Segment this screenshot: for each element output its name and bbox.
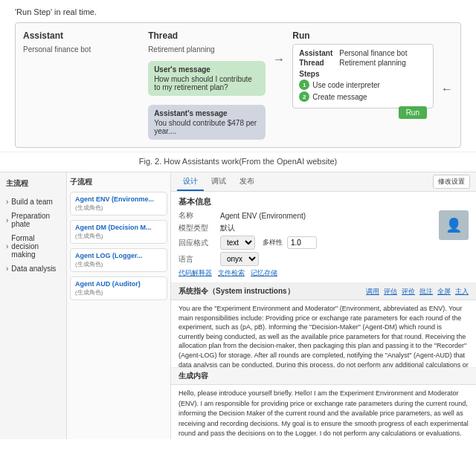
response-row: 回应格式 text 多样性	[178, 236, 434, 250]
instr-link-annotate[interactable]: 批注	[419, 287, 433, 297]
agent-aud-title: Agent AUD (Auditor)	[75, 280, 162, 288]
output-body[interactable]: Hello, please introduce yourself briefly…	[171, 385, 476, 439]
model-row: 模型类型 默认	[178, 223, 434, 233]
output-title: 生成内容	[178, 371, 208, 381]
agent-aud-card[interactable]: Agent AUD (Auditor) (生成角色)	[70, 276, 167, 300]
model-label: 模型类型	[178, 223, 216, 233]
tab-design[interactable]: 设计	[177, 173, 204, 191]
instr-link-rate[interactable]: 评价	[402, 287, 415, 297]
run-box: Assistant Personal finance bot Thread Re…	[292, 44, 434, 109]
diagram-box: Assistant Personal finance bot Thread Re…	[15, 22, 461, 148]
sidebar-item-data-label: Data analysis	[11, 265, 56, 273]
fig-caption: Fig. 2. How Assistants work(From the Ope…	[0, 157, 476, 166]
agent-aud-sub: (生成角色)	[75, 288, 162, 297]
sidebar-item-formal[interactable]: › Formal decision making	[3, 231, 63, 262]
sidebar-item-formal-label: Formal decision making	[11, 234, 60, 259]
sidebar-item-build[interactable]: › Build a team	[3, 195, 63, 209]
instr-link-main[interactable]: 主入	[455, 287, 469, 297]
file-link-2[interactable]: 文件检索	[218, 268, 245, 278]
output-section: 生成内容 Hello, please introduce yourself br…	[171, 368, 476, 439]
run-assistant-label: Assistant	[299, 49, 336, 57]
instr-link-call[interactable]: 调用	[366, 287, 379, 297]
multiplicity-input[interactable]	[287, 236, 317, 249]
arrow-right: →	[273, 30, 285, 66]
output-header: 生成内容	[171, 368, 476, 385]
instr-link-fullscreen[interactable]: 全屏	[437, 287, 451, 297]
assistant-bubble-title: Assistant's message	[154, 109, 260, 117]
agent-dm-card[interactable]: Agent DM (Decision M... (生成角色)	[70, 220, 167, 244]
agent-dm-sub: (生成角色)	[75, 232, 162, 240]
instructions-header: 系统指令（System instructions） 调用 评估 评价 批注 全屏…	[171, 283, 476, 300]
sub-panel-title: 子流程	[70, 177, 167, 187]
left-sidebar: 主流程 › Build a team › Preparation phate ›…	[0, 172, 67, 439]
user-bubble-title: User's message	[154, 65, 260, 74]
name-label: 名称	[178, 210, 216, 221]
arrow-left: ←	[441, 30, 453, 96]
arrow-icon: ›	[6, 198, 8, 206]
run-title: Run	[292, 30, 434, 41]
sub-panel: 子流程 Agent ENV (Environme... (生成角色) Agent…	[67, 172, 171, 439]
arrow-icon-4: ›	[6, 265, 8, 273]
agent-dm-title: Agent DM (Decision M...	[75, 224, 162, 231]
tab-publish[interactable]: 发布	[234, 173, 260, 191]
agent-env-sub: (生成角色)	[75, 204, 162, 212]
step-1: 1 Use code interpreter	[299, 80, 427, 90]
run-thread-value: Retirement planning	[339, 59, 406, 67]
file-row: 代码解释器 文件检索 记忆存储	[178, 268, 434, 278]
sidebar-item-build-label: Build a team	[11, 198, 53, 206]
assistant-title: Assistant	[23, 30, 141, 41]
intro-text: 'Run Step' in real time.	[15, 7, 461, 16]
agent-env-title: Agent ENV (Environme...	[75, 195, 162, 203]
multiplicity-label: 多样性	[263, 238, 283, 247]
model-value: 默认	[220, 223, 235, 233]
steps-label: Steps	[299, 70, 427, 78]
arrow-icon-2: ›	[6, 216, 8, 224]
agent-env-card[interactable]: Agent ENV (Environme... (生成角色)	[70, 192, 167, 216]
run-thread-label: Thread	[299, 59, 336, 67]
user-bubble-text: How much should I contribute to my retir…	[154, 75, 260, 91]
tab-debug[interactable]: 调试	[205, 173, 232, 191]
language-label: 语言	[178, 254, 216, 265]
basic-info-section: 基本信息 名称 Agent ENV (Environment) 模型类型 默认 …	[171, 192, 476, 283]
assistant-message-bubble: Assistant's message You should contribut…	[148, 105, 266, 140]
step-1-label: Use code interpreter	[312, 81, 380, 89]
assistant-column: Assistant Personal finance bot	[23, 30, 141, 54]
run-button[interactable]: Run	[399, 106, 427, 119]
thread-column: Thread Retirement planning User's messag…	[148, 30, 266, 140]
name-value: Agent ENV (Environment)	[220, 212, 306, 220]
profile-icon: 👤	[446, 217, 462, 233]
assistant-subtitle: Personal finance bot	[23, 45, 141, 54]
step-2: 2 Create message	[299, 91, 427, 102]
step-1-num: 1	[299, 80, 309, 90]
agent-log-sub: (生成角色)	[75, 260, 162, 268]
main-ui: 主流程 › Build a team › Preparation phate ›…	[0, 172, 476, 439]
file-link-3[interactable]: 记忆存储	[251, 268, 277, 278]
instructions-actions: 调用 评估 评价 批注 全屏 主入	[366, 287, 469, 297]
user-message-bubble: User's message How much should I contrib…	[148, 61, 266, 96]
run-column: Run Assistant Personal finance bot Threa…	[292, 30, 434, 119]
assistant-bubble-text: You should contribute $478 per year....	[154, 119, 260, 135]
basic-info-title: 基本信息	[178, 196, 211, 207]
run-assistant-row: Assistant Personal finance bot	[299, 49, 427, 57]
language-row: 语言 onyx	[178, 252, 434, 266]
file-link-1[interactable]: 代码解释器	[178, 268, 212, 278]
instructions-title: 系统指令（System instructions）	[178, 286, 295, 297]
instructions-section: 系统指令（System instructions） 调用 评估 评价 批注 全屏…	[171, 283, 476, 368]
main-content: 设计 调试 发布 修改设置 基本信息 名称 Agent ENV (Environ…	[171, 172, 476, 439]
diagram-section: 'Run Step' in real time. Assistant Perso…	[0, 0, 476, 152]
profile-image: 👤	[439, 210, 469, 240]
response-type-select[interactable]: text	[220, 236, 255, 250]
sidebar-item-data[interactable]: › Data analysis	[3, 262, 63, 276]
language-select[interactable]: onyx	[220, 252, 259, 266]
edit-settings-button[interactable]: 修改设置	[433, 175, 470, 189]
instr-link-eval[interactable]: 评估	[384, 287, 397, 297]
agent-log-card[interactable]: Agent LOG (Logger... (生成角色)	[70, 248, 167, 272]
thread-subtitle: Retirement planning	[148, 45, 266, 54]
sidebar-item-prep[interactable]: › Preparation phate	[3, 209, 63, 231]
sidebar-title: 主流程	[3, 177, 63, 190]
arrow-icon-3: ›	[6, 242, 8, 250]
instructions-body[interactable]: You are the "Experiment Environment and …	[171, 300, 476, 367]
sidebar-item-prep-label: Preparation phate	[11, 212, 60, 228]
step-2-label: Create message	[312, 93, 367, 101]
run-assistant-value: Personal finance bot	[339, 49, 407, 57]
